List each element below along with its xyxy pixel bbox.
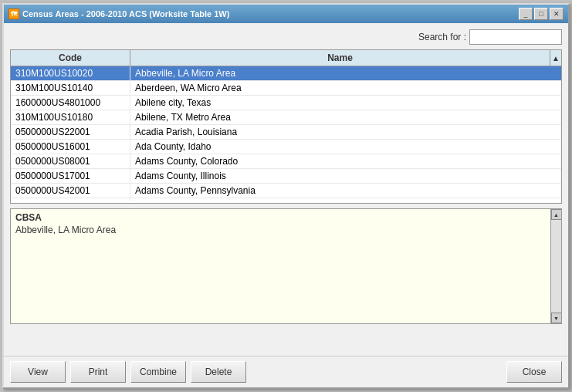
bottom-panel-value: Abbeville, LA Micro Area	[15, 225, 546, 235]
column-name: Name	[130, 50, 550, 66]
search-bar: Search for :	[10, 29, 562, 45]
combine-button[interactable]: Combine	[130, 361, 186, 383]
window-title: Census Areas - 2006-2010 ACS (Worksite T…	[22, 9, 229, 19]
table-cell-code: 310M100US10300	[11, 198, 130, 201]
table-row[interactable]: 0500000US22001Acadia Parish, Louisiana	[11, 125, 561, 140]
table-cell-code: 310M100US10020	[11, 66, 130, 80]
search-input[interactable]	[469, 29, 562, 45]
table-cell-name: Adams County, Illinois	[130, 169, 561, 183]
search-label: Search for :	[418, 32, 466, 42]
print-button[interactable]: Print	[70, 361, 126, 383]
table-cell-code: 0500000US42001	[11, 184, 130, 198]
close-window-button[interactable]: ✕	[550, 8, 564, 20]
bottom-scroll-down[interactable]: ▼	[551, 313, 562, 323]
table-cell-name: Abilene city, Texas	[130, 96, 561, 110]
bottom-panel-label: CBSA	[15, 212, 546, 223]
table-cell-name: Adams County, Pennsylvania	[130, 184, 561, 198]
table-row[interactable]: 310M100US10020Abbeville, LA Micro Area	[11, 66, 561, 81]
table-row[interactable]: 0500000US16001Ada County, Idaho	[11, 140, 561, 154]
footer-buttons-left: View Print Combine Delete	[10, 361, 246, 383]
title-controls: _ □ ✕	[519, 8, 564, 20]
table-cell-name: Ada County, Idaho	[130, 140, 561, 154]
table-cell-code: 0500000US17001	[11, 169, 130, 183]
title-bar: 🗺 Census Areas - 2006-2010 ACS (Worksite…	[4, 5, 568, 23]
table-cell-code: 0500000US16001	[11, 140, 130, 154]
title-bar-left: 🗺 Census Areas - 2006-2010 ACS (Worksite…	[8, 8, 229, 19]
table-cell-name: Acadia Parish, Louisiana	[130, 125, 561, 139]
maximize-button[interactable]: □	[534, 8, 548, 20]
table-cell-name: Abilene, TX Metro Area	[130, 110, 561, 124]
bottom-panel: CBSA Abbeville, LA Micro Area ▲ ▼	[10, 208, 562, 324]
table-row[interactable]: 310M100US10140Aberdeen, WA Micro Area	[11, 81, 561, 96]
table-cell-name: Aberdeen, WA Micro Area	[130, 81, 561, 95]
table-row[interactable]: 310M100US10180Abilene, TX Metro Area	[11, 110, 561, 125]
table-row[interactable]: 310M100US10300Adrian, MI Micro Area	[11, 198, 561, 201]
app-icon: 🗺	[8, 8, 19, 19]
table-cell-name: Adams County, Colorado	[130, 154, 561, 168]
bottom-panel-content: CBSA Abbeville, LA Micro Area	[11, 209, 550, 323]
table-cell-code: 310M100US10180	[11, 110, 130, 124]
table-body[interactable]: 310M100US10020Abbeville, LA Micro Area31…	[11, 66, 561, 201]
table-row[interactable]: 0500000US17001Adams County, Illinois	[11, 169, 561, 184]
table-row[interactable]: 0500000US08001Adams County, Colorado	[11, 154, 561, 169]
main-window: 🗺 Census Areas - 2006-2010 ACS (Worksite…	[2, 3, 570, 389]
table-cell-code: 0500000US22001	[11, 125, 130, 139]
table-row[interactable]: 0500000US42001Adams County, Pennsylvania	[11, 184, 561, 198]
table-row[interactable]: 1600000US4801000Abilene city, Texas	[11, 96, 561, 110]
minimize-button[interactable]: _	[519, 8, 533, 20]
view-button[interactable]: View	[10, 361, 66, 383]
table-cell-code: 1600000US4801000	[11, 96, 130, 110]
table-header: Code Name ▲	[11, 50, 561, 66]
content-area: Search for : Code Name ▲ 310M100US10020A…	[4, 23, 568, 356]
footer: View Print Combine Delete Close	[4, 356, 568, 387]
scroll-up-arrow[interactable]: ▲	[550, 50, 561, 66]
delete-button[interactable]: Delete	[191, 361, 246, 383]
table-cell-code: 0500000US08001	[11, 154, 130, 168]
column-code: Code	[11, 50, 130, 66]
table-cell-name: Abbeville, LA Micro Area	[130, 66, 561, 80]
bottom-scroll-up[interactable]: ▲	[551, 209, 562, 220]
table-cell-name: Adrian, MI Micro Area	[130, 198, 561, 201]
bottom-scrollbar: ▲ ▼	[550, 209, 561, 323]
main-table-container: Code Name ▲ 310M100US10020Abbeville, LA …	[10, 49, 562, 204]
table-cell-code: 310M100US10140	[11, 81, 130, 95]
close-button[interactable]: Close	[506, 361, 562, 383]
